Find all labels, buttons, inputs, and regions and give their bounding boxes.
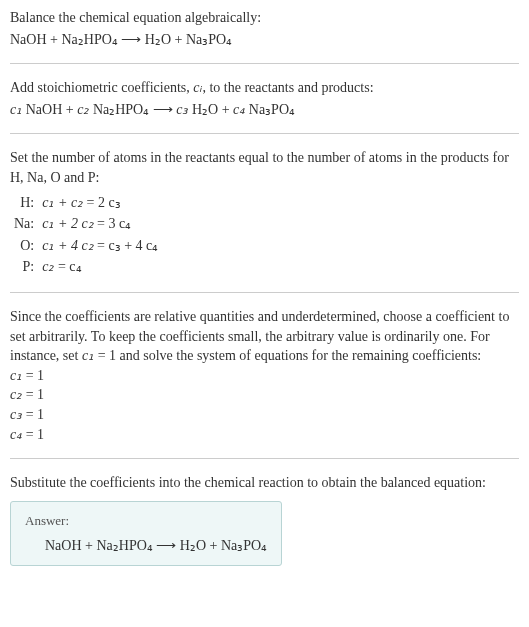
table-row: P: c₂ = c₄ bbox=[10, 256, 162, 278]
coef-c3: c₃ bbox=[176, 102, 188, 117]
eq-left: c₁ + 4 c₂ bbox=[42, 238, 93, 253]
product-2: Na₃PO₄ bbox=[245, 102, 295, 117]
answer-box: Answer: NaOH + Na₂HPO₄ ⟶ H₂O + Na₃PO₄ bbox=[10, 501, 282, 567]
eq-left: c₂ bbox=[42, 259, 54, 274]
stoich-intro: Add stoichiometric coefficients, cᵢ, to … bbox=[10, 78, 519, 98]
coef-name: c₂ bbox=[10, 387, 22, 402]
coef-name: c₃ bbox=[10, 407, 22, 422]
element-label: O: bbox=[10, 235, 38, 257]
element-equation: c₁ + 2 c₂ = 3 c₄ bbox=[38, 213, 162, 235]
coef-row: c₁ = 1 bbox=[10, 366, 519, 386]
coef-name: c₄ bbox=[10, 427, 22, 442]
coef-value: = 1 bbox=[22, 407, 44, 422]
solve-intro: Since the coefficients are relative quan… bbox=[10, 307, 519, 366]
table-row: Na: c₁ + 2 c₂ = 3 c₄ bbox=[10, 213, 162, 235]
coef-value: = 1 bbox=[22, 427, 44, 442]
coef-row: c₄ = 1 bbox=[10, 425, 519, 445]
coef-row: c₂ = 1 bbox=[10, 385, 519, 405]
section-atom-balance: Set the number of atoms in the reactants… bbox=[10, 148, 519, 293]
section-solve: Since the coefficients are relative quan… bbox=[10, 307, 519, 459]
solve-intro-c1: c₁ bbox=[82, 348, 94, 363]
element-equation: c₁ + 4 c₂ = c₃ + 4 c₄ bbox=[38, 235, 162, 257]
coefficient-list: c₁ = 1 c₂ = 1 c₃ = 1 c₄ = 1 bbox=[10, 366, 519, 444]
element-label: H: bbox=[10, 192, 38, 214]
coef-c2: c₂ bbox=[77, 102, 89, 117]
eq-left: c₁ + c₂ bbox=[42, 195, 83, 210]
eq-right: = c₄ bbox=[54, 259, 81, 274]
atom-balance-table: H: c₁ + c₂ = 2 c₃ Na: c₁ + 2 c₂ = 3 c₄ O… bbox=[10, 192, 162, 278]
element-label: Na: bbox=[10, 213, 38, 235]
coef-row: c₃ = 1 bbox=[10, 405, 519, 425]
element-label: P: bbox=[10, 256, 38, 278]
section-problem: Balance the chemical equation algebraica… bbox=[10, 8, 519, 64]
eq-right: = 2 c₃ bbox=[83, 195, 121, 210]
table-row: O: c₁ + 4 c₂ = c₃ + 4 c₄ bbox=[10, 235, 162, 257]
answer-intro: Substitute the coefficients into the che… bbox=[10, 473, 519, 493]
eq-right: = c₃ + 4 c₄ bbox=[94, 238, 159, 253]
coef-value: = 1 bbox=[22, 368, 44, 383]
eq-right: = 3 c₄ bbox=[94, 216, 132, 231]
eq-left: c₁ + 2 c₂ bbox=[42, 216, 93, 231]
coef-name: c₁ bbox=[10, 368, 22, 383]
coef-value: = 1 bbox=[22, 387, 44, 402]
element-equation: c₂ = c₄ bbox=[38, 256, 162, 278]
answer-equation: NaOH + Na₂HPO₄ ⟶ H₂O + Na₃PO₄ bbox=[25, 536, 267, 556]
coef-c4: c₄ bbox=[233, 102, 245, 117]
problem-equation: NaOH + Na₂HPO₄ ⟶ H₂O + Na₃PO₄ bbox=[10, 30, 519, 50]
stoich-intro-before: Add stoichiometric coefficients, bbox=[10, 80, 193, 95]
stoich-intro-after: , to the reactants and products: bbox=[202, 80, 373, 95]
section-answer: Substitute the coefficients into the che… bbox=[10, 473, 519, 566]
product-1: H₂O + bbox=[188, 102, 233, 117]
reactant-2: Na₂HPO₄ ⟶ bbox=[89, 102, 176, 117]
coef-c1: c₁ bbox=[10, 102, 22, 117]
element-equation: c₁ + c₂ = 2 c₃ bbox=[38, 192, 162, 214]
problem-title: Balance the chemical equation algebraica… bbox=[10, 8, 519, 28]
section-stoichiometric: Add stoichiometric coefficients, cᵢ, to … bbox=[10, 78, 519, 134]
table-row: H: c₁ + c₂ = 2 c₃ bbox=[10, 192, 162, 214]
stoich-equation: c₁ NaOH + c₂ Na₂HPO₄ ⟶ c₃ H₂O + c₄ Na₃PO… bbox=[10, 100, 519, 120]
answer-label: Answer: bbox=[25, 512, 267, 530]
solve-intro-b: = 1 and solve the system of equations fo… bbox=[94, 348, 481, 363]
reactant-1: NaOH + bbox=[22, 102, 77, 117]
atom-balance-intro: Set the number of atoms in the reactants… bbox=[10, 148, 519, 187]
